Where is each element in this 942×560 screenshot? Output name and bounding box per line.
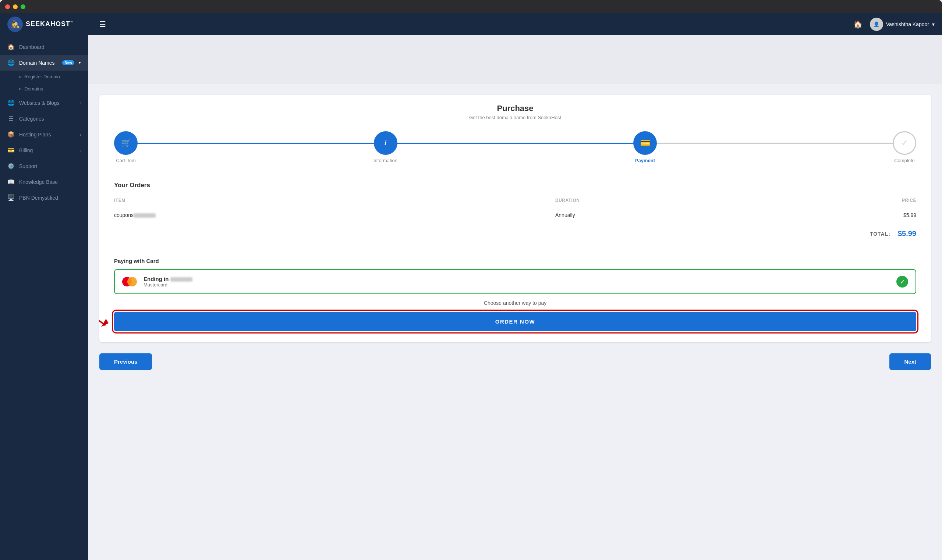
purchase-header: Purchase Get the best domain name from S… xyxy=(99,95,931,124)
sidebar-label-domains: Domains xyxy=(24,86,43,92)
billing-icon: 💳 xyxy=(7,147,15,154)
chevron-down-icon: ▾ xyxy=(79,60,81,65)
col-header-price: PRICE xyxy=(756,195,916,206)
step-payment: 💳 Payment xyxy=(633,131,657,163)
sidebar-label-dashboard: Dashboard xyxy=(19,44,81,50)
topbar: 🕵️ SEEKAHOST™ ☰ 🏠 👤 Vashishtha Kapoor ▾ xyxy=(0,13,942,35)
sidebar-item-hosting-plans[interactable]: 📦 Hosting Plans ‹ xyxy=(0,126,88,142)
maximize-button[interactable] xyxy=(21,5,25,9)
window-chrome xyxy=(0,0,942,13)
card-option[interactable]: Ending in Mastercard ✓ xyxy=(114,269,916,294)
orders-table: ITEM DURATION PRICE coupons Annually $5.… xyxy=(114,195,916,224)
sidebar-label-register-domain: Register Domain xyxy=(24,74,60,79)
hosting-icon: 📦 xyxy=(7,131,15,138)
card-ending: Ending in xyxy=(143,276,891,282)
menu-icon[interactable]: ☰ xyxy=(99,20,106,29)
step-label-complete: Complete xyxy=(894,158,915,163)
knowledge-base-icon: 📖 xyxy=(7,178,15,185)
sub-dot-icon xyxy=(19,76,22,78)
card-type: Mastercard xyxy=(143,282,891,288)
chevron-right-icon: ‹ xyxy=(80,132,81,137)
col-header-item: ITEM xyxy=(114,195,555,206)
payment-section: Paying with Card Ending in Mastercard ✓ xyxy=(99,254,931,342)
sidebar-item-websites-blogs[interactable]: 🌐 Websites & Blogs ‹ xyxy=(0,95,88,111)
red-arrow-icon xyxy=(99,309,114,331)
sub-dot-icon xyxy=(19,88,22,90)
logo-area: 🕵️ SEEKAHOST™ xyxy=(7,17,96,32)
step-complete: ✓ Complete xyxy=(893,131,916,163)
sidebar-label-pbn: PBN Demystified xyxy=(19,195,81,201)
order-now-wrapper: ORDER NOW xyxy=(114,312,916,331)
order-now-button[interactable]: ORDER NOW xyxy=(114,312,916,331)
sidebar-label-categories: Categories xyxy=(19,116,81,122)
page-card: Purchase Get the best domain name from S… xyxy=(99,95,931,342)
websites-icon: 🌐 xyxy=(7,99,15,106)
main-content: Purchase Get the best domain name from S… xyxy=(88,84,942,560)
sidebar-label-websites: Websites & Blogs xyxy=(19,100,75,106)
step-circle-info: i xyxy=(374,131,398,155)
sidebar-label-support: Support xyxy=(19,163,81,169)
sidebar: 🏠 Dashboard 🌐 Domain Names New ▾ Registe… xyxy=(0,35,88,560)
orders-title: Your Orders xyxy=(114,182,916,189)
logo-icon: 🕵️ xyxy=(7,17,23,32)
topbar-right: 🏠 👤 Vashishtha Kapoor ▾ xyxy=(853,18,935,31)
stepper: 🛒 Cart Item i Information 💳 Payment xyxy=(99,124,931,174)
sidebar-item-domain-names[interactable]: 🌐 Domain Names New ▾ xyxy=(0,55,88,71)
sidebar-item-categories[interactable]: ☰ Categories xyxy=(0,111,88,126)
page-subtitle: Get the best domain name from SeekaHost xyxy=(107,115,923,120)
nav-buttons: Previous Next xyxy=(99,346,931,374)
mastercard-icon xyxy=(122,276,138,287)
step-label-cart: Cart Item xyxy=(116,158,136,163)
connector-3 xyxy=(655,143,894,144)
page-title: Purchase xyxy=(107,104,923,113)
table-row: coupons Annually $5.99 xyxy=(114,206,916,224)
chevron-down-icon: ▾ xyxy=(932,22,935,27)
sidebar-item-register-domain[interactable]: Register Domain xyxy=(0,71,88,83)
support-icon: ⚙️ xyxy=(7,163,15,169)
sidebar-label-domain-names: Domain Names xyxy=(19,60,58,66)
order-duration: Annually xyxy=(555,206,756,224)
home-icon[interactable]: 🏠 xyxy=(853,20,862,29)
sidebar-label-billing: Billing xyxy=(19,148,75,153)
col-header-duration: DURATION xyxy=(555,195,756,206)
sidebar-item-support[interactable]: ⚙️ Support xyxy=(0,158,88,174)
connector-1 xyxy=(136,143,375,144)
total-label: TOTAL: xyxy=(870,231,891,237)
step-label-payment: Payment xyxy=(635,158,655,163)
step-label-info: Information xyxy=(373,158,398,163)
order-item-name: coupons xyxy=(114,206,555,224)
check-icon: ✓ xyxy=(896,276,908,288)
order-price: $5.99 xyxy=(756,206,916,224)
mc-right-circle xyxy=(127,277,137,286)
card-number-blurred xyxy=(170,277,193,282)
close-button[interactable] xyxy=(5,5,10,9)
sidebar-label-hosting: Hosting Plans xyxy=(19,132,75,137)
dashboard-icon: 🏠 xyxy=(7,43,15,50)
sidebar-item-knowledge-base[interactable]: 📖 Knowledge Base xyxy=(0,174,88,190)
choose-another-link[interactable]: Choose another way to pay xyxy=(114,300,916,306)
pbn-icon: 🖥️ xyxy=(7,194,15,201)
sidebar-label-knowledge-base: Knowledge Base xyxy=(19,179,81,185)
chevron-right-icon: ‹ xyxy=(80,148,81,152)
categories-icon: ☰ xyxy=(7,115,15,122)
chevron-right-icon: ‹ xyxy=(80,101,81,105)
sidebar-item-domains[interactable]: Domains xyxy=(0,83,88,95)
user-name: Vashishtha Kapoor xyxy=(886,22,929,27)
next-button[interactable]: Next xyxy=(890,353,931,370)
connector-2 xyxy=(396,143,635,144)
total-row: TOTAL: $5.99 xyxy=(114,224,916,243)
sidebar-item-billing[interactable]: 💳 Billing ‹ xyxy=(0,142,88,158)
minimize-button[interactable] xyxy=(13,5,18,9)
user-menu[interactable]: 👤 Vashishtha Kapoor ▾ xyxy=(870,18,935,31)
total-amount: $5.99 xyxy=(898,229,916,238)
blurred-text xyxy=(134,213,156,218)
previous-button[interactable]: Previous xyxy=(99,353,152,370)
step-cart-item: 🛒 Cart Item xyxy=(114,131,138,163)
step-information: i Information xyxy=(373,131,398,163)
sidebar-item-pbn-demystified[interactable]: 🖥️ PBN Demystified xyxy=(0,190,88,206)
step-circle-cart: 🛒 xyxy=(114,131,138,155)
logo-text: SEEKAHOST™ xyxy=(26,20,74,28)
sidebar-item-dashboard[interactable]: 🏠 Dashboard xyxy=(0,39,88,55)
domain-names-icon: 🌐 xyxy=(7,59,15,66)
step-circle-complete: ✓ xyxy=(893,131,916,155)
